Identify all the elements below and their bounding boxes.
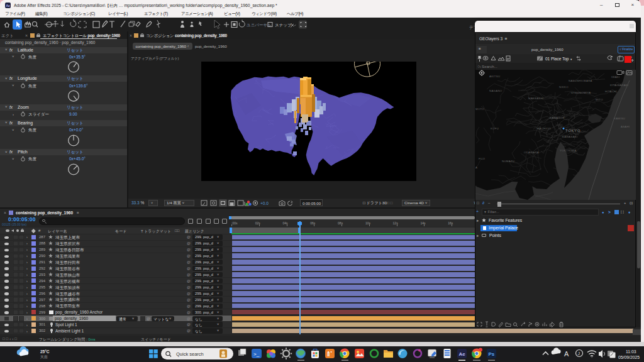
svg-text:05/09/2025: 05/09/2025 (618, 355, 640, 359)
svg-text:KAWASAKI: KAWASAKI (562, 135, 578, 138)
svg-text:IWAKI: IWAKI (611, 75, 620, 79)
svg-text:UTSUNOMIYA: UTSUNOMIYA (571, 91, 591, 94)
svg-text:Ps: Ps (489, 351, 495, 357)
svg-text:>_: >_ (253, 351, 260, 357)
svg-text:KITAIBARAKI: KITAIBARAKI (610, 84, 629, 87)
svg-text:NIKKO: NIKKO (559, 85, 569, 89)
svg-text:NAGANO: NAGANO (489, 89, 502, 92)
svg-text:TOKYO: TOKYO (565, 129, 580, 133)
svg-text:ASAHI: ASAHI (621, 125, 630, 128)
svg-text:HITACHI: HITACHI (605, 90, 617, 93)
svg-text:NUMAZU: NUMAZU (502, 160, 514, 163)
svg-text:FUJI: FUJI (479, 157, 485, 160)
svg-text:A: A (564, 350, 569, 358)
svg-text:KAMISU: KAMISU (614, 117, 625, 120)
svg-text:AKITSU: AKITSU (489, 75, 500, 78)
svg-text:MOTO: MOTO (475, 107, 484, 111)
svg-text:25°C: 25°C (40, 349, 50, 354)
svg-text:KAWAGOE: KAWAGOE (550, 116, 565, 119)
svg-text:Ae: Ae (459, 351, 466, 357)
svg-text:Quick search: Quick search (176, 351, 204, 357)
svg-text:YOKOSUKA: YOKOSUKA (560, 149, 577, 152)
svg-text:+0.0: +0.0 (260, 201, 269, 206)
svg-text:スナップ: スナップ (275, 23, 292, 28)
svg-text:NASUSHIOBARA: NASUSHIOBARA (569, 79, 592, 82)
svg-text:11:03: 11:03 (626, 349, 636, 354)
svg-text:ODAWARA: ODAWARA (524, 151, 539, 154)
svg-text:A: A (475, 166, 477, 169)
svg-text:大雨: 大雨 (40, 354, 48, 359)
svg-text:MITO: MITO (596, 98, 603, 101)
svg-text:J: J (578, 351, 580, 356)
svg-text:KOFU: KOFU (491, 127, 499, 130)
svg-text:MAEBASHI: MAEBASHI (528, 97, 544, 100)
svg-text:HACHIOJI: HACHIOJI (537, 127, 551, 130)
